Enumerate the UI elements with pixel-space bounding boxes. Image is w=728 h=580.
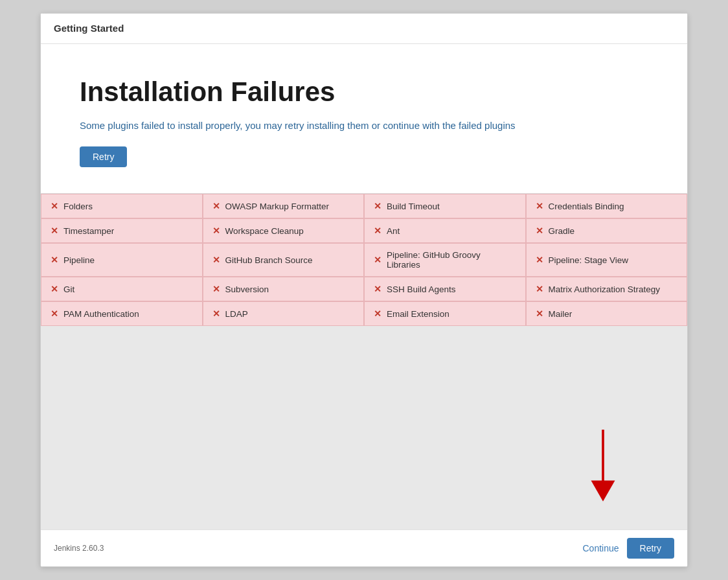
plugin-name: Workspace Cleanup (225, 226, 304, 236)
svg-marker-1 (591, 480, 615, 501)
plugin-cell: ✕SSH Build Agents (364, 277, 526, 301)
error-icon: ✕ (51, 308, 58, 319)
error-icon: ✕ (51, 226, 58, 236)
plugin-name: Folders (63, 202, 93, 211)
error-icon: ✕ (536, 201, 543, 211)
arrow-icon (584, 430, 622, 507)
plugin-name: Pipeline (63, 255, 95, 265)
error-icon: ✕ (374, 226, 381, 236)
plugin-cell: ✕Timestamper (41, 218, 203, 243)
plugin-cell: ✕OWASP Markup Formatter (203, 194, 365, 218)
plugin-cell: ✕Mailer (526, 301, 688, 326)
intro-section: Installation Failures Some plugins faile… (41, 44, 687, 193)
plugin-name: Email Extension (387, 309, 449, 319)
footer-actions: Continue Retry (583, 538, 675, 559)
error-icon: ✕ (536, 226, 543, 236)
error-icon: ✕ (374, 284, 381, 294)
plugin-cell: ✕Credentials Binding (526, 194, 688, 218)
plugin-cell: ✕Workspace Cleanup (203, 218, 365, 243)
plugin-cell: ✕PAM Authentication (41, 301, 203, 326)
plugin-cell: ✕LDAP (203, 301, 365, 326)
intro-description: Some plugins failed to install properly,… (80, 118, 533, 133)
plugin-name: OWASP Markup Formatter (225, 202, 330, 211)
plugin-cell: ✕Subversion (203, 277, 365, 301)
error-icon: ✕ (51, 255, 58, 265)
plugin-name: Gradle (549, 226, 575, 236)
plugin-name: Credentials Binding (549, 202, 624, 211)
plugin-cell: ✕Build Timeout (364, 194, 526, 218)
plugin-cell: ✕Pipeline (41, 243, 203, 277)
plugin-name: Matrix Authorization Strategy (549, 284, 661, 294)
error-icon: ✕ (51, 201, 58, 211)
plugin-cell: ✕Ant (364, 218, 526, 243)
plugin-name: Subversion (225, 284, 269, 294)
error-icon: ✕ (51, 284, 58, 294)
plugins-grid: ✕Folders✕OWASP Markup Formatter✕Build Ti… (41, 193, 687, 326)
plugin-cell: ✕Folders (41, 194, 203, 218)
plugin-cell: ✕Pipeline: Stage View (526, 243, 688, 277)
page-heading: Installation Failures (80, 76, 648, 108)
modal-title: Getting Started (54, 23, 124, 34)
plugin-name: Pipeline: GitHub Groovy Libraries (387, 250, 516, 270)
error-icon: ✕ (212, 201, 220, 211)
plugin-cell: ✕Email Extension (364, 301, 526, 326)
plugin-name: SSH Build Agents (387, 284, 456, 294)
main-modal: Getting Started Installation Failures So… (40, 13, 688, 567)
plugin-name: Timestamper (63, 226, 114, 236)
error-icon: ✕ (536, 284, 543, 294)
modal-body: Installation Failures Some plugins faile… (41, 44, 687, 529)
error-icon: ✕ (374, 308, 381, 319)
retry-button-bottom[interactable]: Retry (627, 538, 674, 559)
error-icon: ✕ (212, 284, 220, 294)
error-icon: ✕ (536, 255, 543, 265)
plugin-name: GitHub Branch Source (225, 255, 313, 265)
error-icon: ✕ (374, 255, 381, 265)
error-icon: ✕ (536, 308, 543, 319)
plugin-cell: ✕GitHub Branch Source (203, 243, 365, 277)
modal-footer: Jenkins 2.60.3 Continue Retry (41, 529, 687, 566)
plugin-cell: ✕Git (41, 277, 203, 301)
plugin-name: Git (63, 284, 74, 294)
error-icon: ✕ (212, 308, 220, 319)
plugin-name: Pipeline: Stage View (549, 255, 629, 265)
arrow-container (584, 430, 622, 510)
plugin-name: Build Timeout (387, 202, 440, 211)
continue-button[interactable]: Continue (583, 543, 619, 553)
plugin-name: PAM Authentication (63, 309, 139, 319)
error-icon: ✕ (374, 201, 381, 211)
modal-header: Getting Started (41, 14, 687, 44)
plugin-name: Ant (387, 226, 400, 236)
plugin-name: LDAP (225, 309, 248, 319)
plugin-cell: ✕Matrix Authorization Strategy (526, 277, 688, 301)
gray-area (41, 326, 687, 529)
version-label: Jenkins 2.60.3 (54, 544, 104, 553)
plugin-cell: ✕Pipeline: GitHub Groovy Libraries (364, 243, 526, 277)
plugin-cell: ✕Gradle (526, 218, 688, 243)
error-icon: ✕ (212, 255, 220, 265)
error-icon: ✕ (212, 226, 220, 236)
plugin-name: Mailer (549, 309, 573, 319)
retry-button-top[interactable]: Retry (80, 146, 127, 167)
